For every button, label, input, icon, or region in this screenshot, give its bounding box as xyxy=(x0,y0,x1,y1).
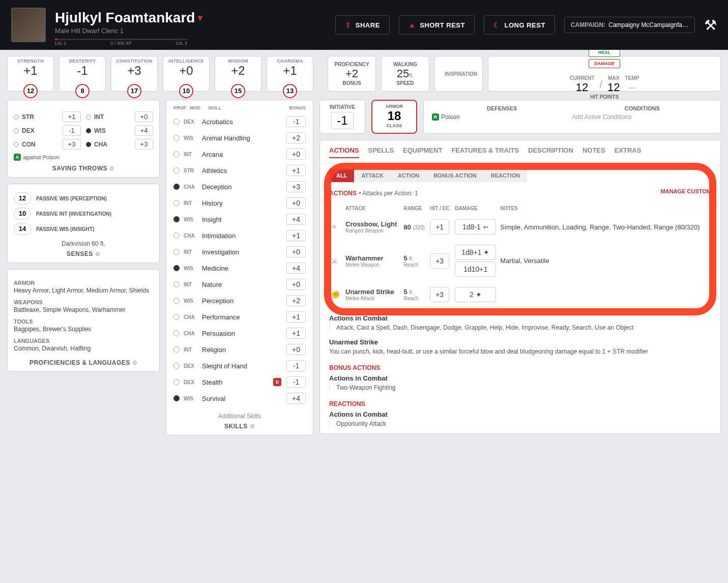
skill-persuasion[interactable]: CHA Persuasion +1 xyxy=(173,325,306,341)
skill-insight[interactable]: WIS Insight +4 xyxy=(173,211,306,227)
tab-description[interactable]: DESCRIPTION xyxy=(528,147,573,158)
attack-row[interactable]: ✊ Unarmed StrikeMelee Attack 5 ft.Reach … xyxy=(329,282,711,307)
ability-charisma[interactable]: CHARISMA+113 xyxy=(267,56,313,92)
gear-icon[interactable]: ⚙ xyxy=(109,165,115,171)
xp-bar[interactable]: LVL 1 0 / 300 XP LVL 2 xyxy=(55,39,187,40)
conditions[interactable]: CONDITIONS Add Active Conditions xyxy=(572,105,713,128)
campaign-selector[interactable]: CAMPAIGN:Campaigny McCampaignfa… xyxy=(564,17,695,33)
subtab-bonus-action[interactable]: BONUS ACTION xyxy=(426,169,484,182)
save-advantage: Aagainst Poison xyxy=(14,154,153,161)
saving-throws-card: STR+1 INT+0 DEX-1 WIS+4 CON+3 CHA+3 Aaga… xyxy=(7,100,160,178)
inspiration-box[interactable]: INSPIRATION xyxy=(434,56,483,92)
save-con[interactable]: CON+3 xyxy=(14,139,81,150)
disadvantage-icon: D xyxy=(273,378,281,386)
short-rest-button[interactable]: ▲SHORT REST xyxy=(399,15,475,35)
defenses[interactable]: DEFENSES RPoison xyxy=(432,105,572,128)
tab-extras[interactable]: EXTRAS xyxy=(615,147,642,158)
tab-actions[interactable]: ACTIONS xyxy=(329,147,359,158)
skill-acrobatics[interactable]: DEX Acrobatics -1 xyxy=(173,113,306,130)
left-column: STR+1 INT+0 DEX-1 WIS+4 CON+3 CHA+3 Aaga… xyxy=(7,100,160,442)
character-name[interactable]: Hjulkyl Foamtankard xyxy=(55,10,195,26)
ability-wisdom[interactable]: WISDOM+215 xyxy=(215,56,261,92)
weapon-icon: ⚔ xyxy=(331,257,341,265)
gear-icon[interactable]: ⚙ xyxy=(132,360,138,366)
skill-animal-handling[interactable]: WIS Animal Handling +2 xyxy=(173,130,306,146)
armor-class-box[interactable]: ARMOR18CLASS xyxy=(371,100,417,134)
ability-intelligence[interactable]: INTELLIGENCE+010 xyxy=(163,56,210,92)
save-str[interactable]: STR+1 xyxy=(14,111,81,122)
attack-row[interactable]: ✧ Crossbow, LightRanged Weapon 80 (320) … xyxy=(329,214,711,240)
tab-notes[interactable]: NOTES xyxy=(583,147,605,158)
skill-athletics[interactable]: STR Athletics +1 xyxy=(173,162,306,179)
skill-arcana[interactable]: INT Arcana +0 xyxy=(173,146,306,162)
skill-nature[interactable]: INT Nature +0 xyxy=(173,276,306,293)
ability-scores: STRENGTH+112 DEXTERITY-18 CONSTITUTION+3… xyxy=(7,56,313,92)
sense-row[interactable]: 14PASSIVE WIS (INSIGHT) xyxy=(14,223,153,235)
weapon-icon: ✊ xyxy=(331,290,341,299)
hit-pill[interactable]: +3 xyxy=(430,287,449,302)
speed-box[interactable]: WALKING 25ft. SPEED xyxy=(381,56,429,92)
ability-constitution[interactable]: CONSTITUTION+317 xyxy=(111,56,158,92)
skills-card: PROFMODSKILLBONUS DEX Acrobatics -1 WIS … xyxy=(166,100,313,435)
skill-deception[interactable]: CHA Deception +3 xyxy=(173,179,306,195)
additional-skills[interactable]: Additional Skills xyxy=(173,413,306,420)
proficiencies-card: ARMORHeavy Armor, Light Armor, Medium Ar… xyxy=(7,269,160,372)
skill-stealth[interactable]: DEX Stealth D -1 xyxy=(173,374,306,390)
save-dex[interactable]: DEX-1 xyxy=(14,125,81,136)
actions-label: ACTIONS xyxy=(329,190,357,197)
damage-button[interactable]: DAMAGE xyxy=(589,59,620,68)
damage-pill[interactable]: 1d8+1 ✦ xyxy=(455,245,496,260)
skill-medicine[interactable]: WIS Medicine +4 xyxy=(173,260,306,276)
resistance-icon: R xyxy=(432,113,439,121)
subtab-action[interactable]: ACTION xyxy=(391,169,426,182)
skill-investigation[interactable]: INT Investigation +0 xyxy=(173,244,306,260)
top-stat-row: STRENGTH+112 DEXTERITY-18 CONSTITUTION+3… xyxy=(7,56,721,92)
long-rest-button[interactable]: ☾LONG REST xyxy=(484,15,555,35)
ability-dexterity[interactable]: DEXTERITY-18 xyxy=(59,56,106,92)
subtab-reaction[interactable]: REACTION xyxy=(484,169,527,182)
damage-pill[interactable]: 1d10+1 xyxy=(455,261,496,277)
skill-perception[interactable]: WIS Perception +2 xyxy=(173,293,306,309)
share-button[interactable]: ⇪SHARE xyxy=(335,15,390,35)
hit-pill[interactable]: +3 xyxy=(430,253,449,269)
share-icon: ⇪ xyxy=(345,21,352,29)
skill-performance[interactable]: CHA Performance +1 xyxy=(173,309,306,325)
moon-icon: ☾ xyxy=(493,21,501,29)
tab-spells[interactable]: SPELLS xyxy=(368,147,394,158)
attack-table: ATTACK RANGE HIT / DC DAMAGE NOTES ✧ Cro… xyxy=(329,202,711,307)
damage-pill[interactable]: 2 ✦ xyxy=(455,287,496,302)
campfire-icon: ▲ xyxy=(409,21,416,29)
right-column: INITIATIVE -1 ARMOR18CLASS DEFENSES RPoi… xyxy=(319,100,721,442)
gear-icon[interactable]: ⚙ xyxy=(250,423,255,429)
skill-religion[interactable]: INT Religion +0 xyxy=(173,341,306,358)
hit-points-box[interactable]: HEAL DAMAGE CURRENT12 / MAX12 TEMP-- HIT… xyxy=(488,56,721,92)
sense-row[interactable]: 12PASSIVE WIS (PERCEPTION) xyxy=(14,192,153,205)
skill-intimidation[interactable]: CHA Intimidation +1 xyxy=(173,227,306,244)
chevron-down-icon[interactable]: ▾ xyxy=(198,12,202,23)
damage-pill[interactable]: 1d8-1 ➵ xyxy=(455,219,496,235)
skill-history[interactable]: INT History +0 xyxy=(173,195,306,211)
attack-row[interactable]: ⚔ WarhammerMelee Weapon 5 ft.Reach +3 1d… xyxy=(329,240,711,282)
save-wis[interactable]: WIS+4 xyxy=(86,125,153,136)
ability-strength[interactable]: STRENGTH+112 xyxy=(7,56,54,92)
skill-survival[interactable]: WIS Survival +4 xyxy=(173,390,306,406)
subtab-all[interactable]: ALL xyxy=(329,169,354,182)
anvil-icon[interactable]: ⚒ xyxy=(704,17,717,34)
initiative-box[interactable]: INITIATIVE -1 xyxy=(319,100,365,134)
manage-custom-link[interactable]: MANAGE CUSTOM xyxy=(661,188,711,194)
subtab-attack[interactable]: ATTACK xyxy=(354,169,391,182)
save-int[interactable]: INT+0 xyxy=(86,111,153,122)
save-cha[interactable]: CHA+3 xyxy=(86,139,153,150)
tab-equipment[interactable]: EQUIPMENT xyxy=(403,147,442,158)
tab-features-traits[interactable]: FEATURES & TRAITS xyxy=(451,147,519,158)
gear-icon[interactable]: ⚙ xyxy=(95,251,101,257)
actions-in-combat-header: Actions in Combat xyxy=(329,314,711,322)
character-avatar[interactable] xyxy=(11,8,46,42)
proficiency-box[interactable]: PROFICIENCY +2 BONUS xyxy=(328,56,376,92)
hit-pill[interactable]: +1 xyxy=(430,219,449,235)
senses-card: 12PASSIVE WIS (PERCEPTION) 10PASSIVE INT… xyxy=(7,184,160,263)
main-tabs: ACTIONSSPELLSEQUIPMENTFEATURES & TRAITSD… xyxy=(320,140,720,164)
sense-row[interactable]: 10PASSIVE INT (INVESTIGATION) xyxy=(14,208,153,220)
main-panel: ACTIONSSPELLSEQUIPMENTFEATURES & TRAITSD… xyxy=(319,140,721,434)
skill-sleight-of-hand[interactable]: DEX Sleight of Hand -1 xyxy=(173,358,306,374)
